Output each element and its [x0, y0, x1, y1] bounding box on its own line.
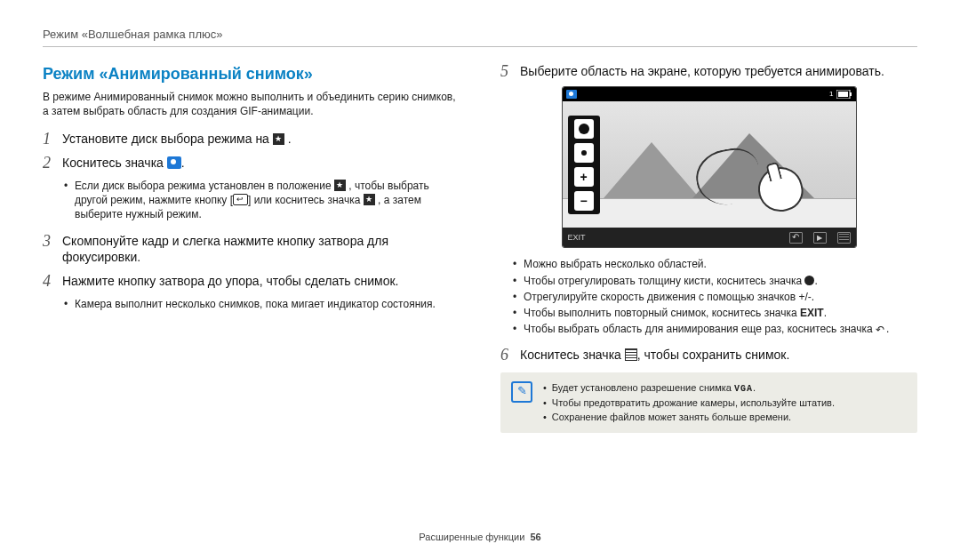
- text: Чтобы отрегулировать толщину кисти, косн…: [524, 274, 818, 288]
- rule: [43, 46, 917, 47]
- svg-rect-1: [838, 92, 848, 97]
- t: ] или коснитесь значка: [248, 194, 364, 206]
- screen-topbar: 1: [563, 87, 856, 101]
- bullet-dot: •: [513, 274, 518, 288]
- bullet: • Если диск выбора режима установлен в п…: [64, 179, 460, 222]
- text: Сохранение файлов может занять больше вр…: [552, 411, 791, 424]
- footer-page: 56: [530, 532, 540, 542]
- footer-section: Расширенные функции: [419, 532, 524, 542]
- text: .: [284, 132, 292, 146]
- text: Отрегулируйте скорость движения с помощь…: [524, 290, 814, 304]
- col-left: Режим «Анимированный снимок» В режиме Ан…: [43, 63, 460, 434]
- exit-label: EXIT: [800, 307, 824, 319]
- text: Будет установлено разрешение снимка VGA.: [552, 381, 756, 396]
- section-heading: Режим «Анимированный снимок»: [43, 63, 460, 84]
- text: Коснитесь значка: [520, 348, 625, 362]
- bullet-dot: •: [513, 290, 518, 304]
- step-5: 5 Выберите область на экране, которую тр…: [500, 63, 917, 80]
- note-box: •Будет установлено разрешение снимка VGA…: [500, 372, 917, 433]
- step-number: 2: [43, 155, 55, 171]
- t: .: [824, 307, 827, 319]
- note-icon: [511, 381, 532, 403]
- bullet: •Чтобы предотвратить дрожание камеры, ис…: [543, 396, 835, 410]
- text: Чтобы выбрать область для анимирования е…: [524, 322, 889, 336]
- bullet: •Сохранение файлов может занять больше в…: [543, 411, 835, 424]
- brush-size-small-button[interactable]: [574, 143, 594, 163]
- step-text: Скомпонуйте кадр и слегка нажмите кнопку…: [62, 233, 460, 267]
- bullet-dot: •: [513, 306, 518, 320]
- brush-dot-icon: [804, 276, 814, 285]
- step-4-sublist: • Камера выполнит несколько снимков, пок…: [64, 297, 460, 311]
- text: .: [181, 156, 185, 170]
- intro-text: В режиме Анимированный снимок можно выпо…: [43, 90, 460, 118]
- svg-rect-2: [850, 92, 852, 96]
- hand-pointer-icon: [753, 163, 807, 217]
- bullet-dot: •: [513, 322, 518, 336]
- vga-label: VGA: [734, 384, 753, 394]
- t: .: [814, 275, 817, 287]
- step-5-sublist: •Можно выбрать несколько областей. •Чтоб…: [513, 257, 917, 336]
- t: .: [753, 382, 756, 393]
- step-text: Коснитесь значка , чтобы сохранить снимо…: [520, 347, 789, 364]
- brush-size-large-button[interactable]: [574, 119, 594, 139]
- text: Можно выбрать несколько областей.: [524, 257, 707, 271]
- mode-star-icon: [364, 194, 375, 205]
- gesture-illustration: [696, 140, 803, 229]
- exit-button[interactable]: EXIT: [568, 232, 586, 243]
- photo-icon: [167, 156, 181, 169]
- speed-minus-button[interactable]: −: [574, 191, 594, 211]
- tool-palette[interactable]: + −: [568, 116, 600, 214]
- back-button-icon: [233, 194, 248, 205]
- step-2: 2 Коснитесь значка .: [43, 155, 460, 172]
- bullet: •Чтобы выполнить повторный снимок, косни…: [513, 306, 917, 320]
- bullet-dot: •: [64, 179, 69, 222]
- page-footer: Расширенные функции 56: [0, 531, 960, 544]
- text: Чтобы предотвратить дрожание камеры, исп…: [552, 396, 835, 410]
- photo-icon: [566, 90, 577, 99]
- bullet-dot: •: [543, 396, 547, 410]
- step-number: 4: [43, 273, 55, 289]
- bullet: •Можно выбрать несколько областей.: [513, 257, 917, 271]
- bullet: •Будет установлено разрешение снимка VGA…: [543, 381, 835, 396]
- speed-plus-button[interactable]: +: [574, 167, 594, 187]
- t: Чтобы отрегулировать толщину кисти, косн…: [524, 275, 804, 287]
- step-number: 1: [43, 131, 55, 147]
- camera-screen-mock: 1 + − EXIT: [562, 86, 857, 248]
- t: Чтобы выбрать область для анимирования е…: [524, 323, 876, 335]
- battery-icon: [836, 90, 852, 99]
- step-number: 3: [43, 233, 55, 249]
- undo-icon[interactable]: [789, 232, 803, 244]
- bullet-dot: •: [64, 297, 69, 311]
- step-3: 3 Скомпонуйте кадр и слегка нажмите кноп…: [43, 233, 460, 267]
- step-1: 1 Установите диск выбора режима на .: [43, 131, 460, 148]
- step-4: 4 Нажмите кнопку затвора до упора, чтобы…: [43, 273, 460, 290]
- status-icons: 1: [829, 90, 852, 100]
- bullet-dot: •: [543, 381, 547, 396]
- undo-icon: [876, 323, 886, 332]
- t: Чтобы выполнить повторный снимок, коснит…: [524, 307, 800, 319]
- page: Режим «Волшебная рамка плюс» Режим «Аним…: [0, 0, 960, 433]
- text: , чтобы сохранить снимок.: [637, 348, 790, 362]
- save-icon[interactable]: [837, 232, 851, 244]
- save-icon: [625, 348, 637, 361]
- bottombar-actions: [789, 232, 851, 244]
- step-6: 6 Коснитесь значка , чтобы сохранить сни…: [500, 347, 917, 364]
- text: Установите диск выбора режима на: [62, 132, 273, 146]
- bullet: • Камера выполнит несколько снимков, пок…: [64, 297, 460, 311]
- screen-bottombar: EXIT: [563, 228, 856, 247]
- text: Если диск выбора режима установлен в пол…: [75, 179, 460, 222]
- play-icon[interactable]: [813, 232, 827, 244]
- swirl-stroke: [692, 145, 764, 211]
- step-number: 6: [500, 347, 513, 363]
- text: Чтобы выполнить повторный снимок, коснит…: [524, 306, 827, 320]
- count: 1: [829, 90, 833, 100]
- note-content: •Будет установлено разрешение снимка VGA…: [543, 381, 835, 424]
- bullet: •Чтобы выбрать область для анимирования …: [513, 322, 917, 336]
- step-text: Коснитесь значка .: [62, 155, 185, 172]
- bullet: •Отрегулируйте скорость движения с помощ…: [513, 290, 917, 304]
- step-number: 5: [500, 63, 513, 79]
- text: Камера выполнит несколько снимков, пока …: [75, 297, 436, 311]
- mode-star-icon: [273, 133, 284, 145]
- step-text: Выберите область на экране, которую треб…: [520, 63, 884, 80]
- text: Коснитесь значка: [62, 156, 167, 170]
